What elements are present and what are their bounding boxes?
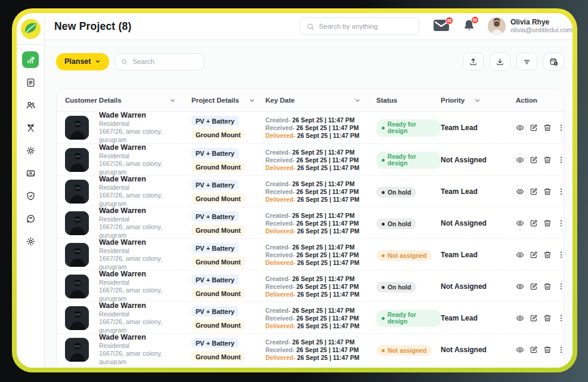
more-button[interactable] <box>557 219 564 227</box>
table-row[interactable]: Wade Warren Residental 1667/26, amar col… <box>57 143 564 175</box>
sidebar-item-payments[interactable] <box>22 165 39 181</box>
mount-type-badge: Ground Mount <box>191 130 245 140</box>
edit-button[interactable] <box>530 124 538 132</box>
sidebar-item-report[interactable] <box>22 74 39 91</box>
edit-button[interactable] <box>530 251 538 259</box>
view-button[interactable] <box>516 124 524 132</box>
delete-button[interactable] <box>543 124 552 132</box>
more-button[interactable] <box>557 156 564 164</box>
delete-button[interactable] <box>543 346 552 354</box>
customer-name: Wade Warren <box>99 175 191 184</box>
view-button[interactable] <box>516 346 524 354</box>
date-value: 26 Sept 25 | 11:47 PM <box>290 307 354 314</box>
priority-cell: Team Lead <box>441 187 516 196</box>
user-menu[interactable]: Olivia Rhye olivia@untitledui.com <box>488 17 572 35</box>
toolbar: Planset <box>56 53 564 70</box>
app-header: New Project (8) 40 <box>45 13 572 40</box>
column-header-keydate: Key Date <box>265 97 376 104</box>
table-search-input[interactable] <box>133 58 198 65</box>
table-row[interactable]: Wade Warren Residental 1667/26, amar col… <box>57 175 564 207</box>
date-label: Received- <box>265 347 295 353</box>
sort-chevron-icon[interactable] <box>354 97 361 104</box>
edit-button[interactable] <box>530 187 538 196</box>
table-row[interactable]: Wade Warren Residental 1667/26, amar col… <box>57 238 564 270</box>
table-row[interactable]: Wade Warren Residental 1667/26, amar col… <box>57 333 564 365</box>
date-value: 26 Sept 25 | 11:47 PM <box>295 284 358 290</box>
customer-type: Residental <box>99 120 191 128</box>
sidebar-item-sun[interactable] <box>22 142 39 159</box>
date-label: Created- <box>265 339 290 346</box>
main-panel: New Project (8) 40 <box>45 13 572 368</box>
customer-name: Wade Warren <box>99 334 191 342</box>
project-cell: PV + Battery Ground Mount <box>191 306 265 330</box>
customer-avatar <box>65 306 89 330</box>
edit-button[interactable] <box>530 156 538 164</box>
sidebar-item-flags[interactable] <box>22 119 39 136</box>
sort-chevron-icon[interactable] <box>249 97 255 104</box>
view-button[interactable] <box>516 251 524 259</box>
action-cell <box>516 251 564 259</box>
more-button[interactable] <box>557 314 564 322</box>
sidebar-item-chat[interactable] <box>22 210 39 227</box>
table-row[interactable]: Wade Warren Residental 1667/26, amar col… <box>57 207 564 238</box>
delete-button[interactable] <box>543 251 552 259</box>
table-row[interactable]: Wade Warren Residental 1667/26, amar col… <box>57 112 564 143</box>
delete-button[interactable] <box>543 156 552 164</box>
customer-cell: Wade Warren Residental 1667/26, amar col… <box>65 175 191 208</box>
upload-button[interactable] <box>463 53 484 70</box>
schedule-button[interactable] <box>543 53 564 70</box>
view-button[interactable] <box>516 187 524 196</box>
avatar-image <box>65 180 89 204</box>
edit-button[interactable] <box>530 219 538 227</box>
delete-button[interactable] <box>543 282 552 291</box>
delete-button[interactable] <box>543 314 552 322</box>
column-header-project: Project Details <box>191 97 265 104</box>
download-button[interactable] <box>490 53 510 70</box>
project-cell: PV + Battery Ground Mount <box>191 180 265 204</box>
filter-button[interactable] <box>516 53 537 70</box>
customer-address: 1667/26, amar colony, gurugram <box>99 160 191 176</box>
shield-check-icon <box>26 191 36 201</box>
planset-dropdown-button[interactable]: Planset <box>56 53 109 70</box>
date-value: 26 Sept 25 | 11:47 PM <box>290 181 354 187</box>
sidebar-item-analytics[interactable] <box>22 51 39 68</box>
trash-icon <box>543 251 552 259</box>
table-row[interactable]: Wade Warren Residental 1667/26, amar col… <box>57 301 564 333</box>
customer-cell: Wade Warren Residental 1667/26, amar col… <box>65 270 191 303</box>
trash-icon <box>543 156 552 164</box>
delete-button[interactable] <box>543 187 552 196</box>
more-button[interactable] <box>557 346 564 354</box>
global-search-input[interactable] <box>319 23 413 30</box>
more-button[interactable] <box>557 251 564 259</box>
edit-button[interactable] <box>530 282 538 291</box>
more-button[interactable] <box>557 187 564 196</box>
sidebar-item-security[interactable] <box>22 187 39 204</box>
system-type-badge: PV + Battery <box>191 243 239 253</box>
view-button[interactable] <box>516 219 524 227</box>
trash-icon <box>543 314 552 322</box>
sort-chevron-icon[interactable] <box>474 97 481 104</box>
notifications-button[interactable]: 59 <box>463 19 475 34</box>
view-button[interactable] <box>516 156 524 164</box>
customer-type: Residental <box>99 184 191 192</box>
date-label: Delivered- <box>265 323 295 329</box>
sort-chevron-icon[interactable] <box>169 97 176 104</box>
edit-button[interactable] <box>530 314 538 322</box>
delete-button[interactable] <box>543 219 552 227</box>
view-button[interactable] <box>516 282 524 291</box>
view-button[interactable] <box>516 314 524 322</box>
sidebar-item-settings[interactable] <box>22 233 39 249</box>
table-row[interactable]: Wade Warren Residental 1667/26, amar col… <box>57 270 564 301</box>
action-cell <box>516 187 564 196</box>
customer-type: Residental <box>99 247 191 255</box>
more-button[interactable] <box>557 124 564 132</box>
customer-meta: Wade Warren Residental 1667/26, amar col… <box>99 207 191 239</box>
date-label: Delivered- <box>265 133 295 139</box>
mail-button[interactable]: 40 <box>434 20 449 33</box>
more-button[interactable] <box>557 282 564 291</box>
sidebar-item-users[interactable] <box>22 97 39 113</box>
date-line-created: Created- 26 Sept 25 | 11:47 PM <box>265 180 376 188</box>
date-label: Delivered- <box>265 228 295 235</box>
edit-button[interactable] <box>530 346 538 354</box>
kebab-menu-icon <box>557 314 564 322</box>
